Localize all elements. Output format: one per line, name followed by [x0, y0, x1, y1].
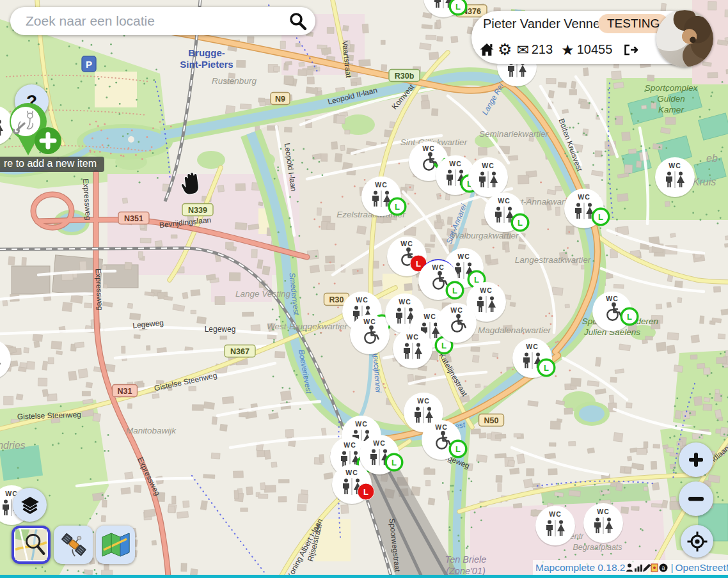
svg-text:WC: WC: [423, 313, 436, 320]
svg-text:WC: WC: [363, 318, 376, 325]
svg-text:WC: WC: [406, 333, 419, 341]
svg-text:a: a: [662, 565, 665, 571]
search-icon[interactable]: [287, 11, 308, 31]
svg-text:L: L: [363, 487, 368, 497]
map-label: Gulden: [657, 94, 685, 104]
satellite-icon: [59, 531, 88, 559]
road-shield: N351: [118, 212, 149, 224]
stats-icon: [635, 565, 642, 572]
copyright-icon: a: [660, 564, 668, 572]
svg-text:WC: WC: [606, 295, 619, 302]
geolocate-button[interactable]: [681, 525, 713, 558]
road-shield: R30b: [389, 70, 420, 82]
zoom-out-button[interactable]: [679, 481, 713, 516]
map-label: Lange Vesting: [235, 289, 290, 299]
svg-text:WC: WC: [400, 240, 413, 247]
svg-text:L: L: [395, 202, 400, 212]
wc-marker[interactable]: WC: [468, 157, 509, 198]
wc-marker[interactable]: WC: [437, 303, 477, 344]
zoom-in-button[interactable]: [679, 442, 713, 477]
location-search-bar[interactable]: [10, 7, 315, 35]
svg-text:L: L: [455, 2, 461, 12]
settings-gear-icon[interactable]: ⚙: [498, 40, 512, 59]
road-shield: N339: [182, 204, 213, 216]
svg-text:WC: WC: [375, 181, 388, 189]
svg-text:N351: N351: [124, 214, 143, 223]
svg-text:WC: WC: [597, 508, 610, 515]
pencil-icon: [642, 564, 651, 573]
attribution-bar[interactable]: Mapcomplete 0.18.2 a | OpenStreetMap: [533, 560, 728, 575]
svg-text:R30b: R30b: [395, 72, 415, 81]
map-label: eb: [706, 153, 718, 164]
map-label: Kamer: [658, 105, 684, 114]
messages-envelope-icon[interactable]: ✉: [516, 42, 528, 58]
user-name: Pieter Vander Vennet: [483, 17, 604, 31]
user-avatar[interactable]: [656, 10, 713, 67]
road-shield: P: [82, 56, 96, 72]
svg-text:WC: WC: [435, 423, 448, 431]
svg-text:L: L: [452, 286, 457, 295]
svg-text:WC: WC: [449, 160, 462, 168]
theme-icon: [651, 564, 658, 572]
svg-text:WC: WC: [373, 439, 386, 447]
wc-marker[interactable]: WC: [583, 503, 624, 544]
map-label: Seminariekwartier: [479, 129, 549, 139]
add-item-tooltip: re to add a new item: [0, 157, 104, 172]
map-label: Gistelse Steenweg: [154, 371, 218, 393]
logout-icon[interactable]: [623, 43, 638, 56]
svg-text:WC: WC: [356, 296, 368, 304]
svg-text:L: L: [474, 275, 479, 285]
svg-text:P: P: [86, 59, 92, 70]
home-icon[interactable]: [479, 43, 495, 56]
svg-text:N50: N50: [484, 416, 499, 425]
star-icon[interactable]: ★: [561, 42, 574, 58]
svg-text:WC: WC: [344, 441, 356, 449]
crosshair-location-icon: [686, 531, 708, 552]
svg-text:L: L: [455, 444, 461, 454]
svg-text:L: L: [441, 341, 447, 350]
svg-text:WC: WC: [355, 420, 368, 428]
mapcomplete-pin-logo[interactable]: [1, 95, 73, 166]
svg-text:L: L: [627, 312, 632, 322]
map-label: West-Bruggekwartier: [267, 322, 347, 331]
search-input[interactable]: [24, 13, 287, 29]
wc-marker[interactable]: WC: [535, 506, 576, 547]
map-label: Ten Briele: [445, 554, 487, 565]
wc-marker[interactable]: WC: [350, 315, 390, 355]
map-label: Langestraatkwartier: [515, 255, 591, 265]
svg-text:WC: WC: [498, 197, 510, 205]
layers-button[interactable]: [13, 488, 47, 522]
map-label: Sportcomplex: [645, 83, 699, 93]
svg-text:L: L: [392, 458, 397, 467]
svg-text:L: L: [544, 363, 549, 373]
svg-text:N367: N367: [230, 347, 249, 356]
wc-marker[interactable]: WC: [655, 157, 695, 198]
map-canvas[interactable]: Brugge-Sint-PietersRustenburgSint-Gillis…: [0, 0, 728, 578]
user-icon: [626, 564, 633, 572]
minus-icon: [687, 490, 705, 508]
wc-marker[interactable]: WC: [393, 329, 433, 370]
background-map-button[interactable]: [96, 526, 135, 564]
bottom-teal-bar: [0, 575, 728, 578]
osm-map-thumbnail-icon: [15, 529, 47, 560]
stars-count[interactable]: 10455: [577, 42, 613, 57]
map-label: Rustenburg: [212, 76, 257, 86]
openstreetmap-link[interactable]: OpenStreetMap: [675, 562, 728, 574]
attribution-mini-icons[interactable]: a: [626, 563, 668, 573]
background-satellite-button[interactable]: [54, 526, 93, 564]
mapcomplete-app: Brugge-Sint-PietersRustenburgSint-Gillis…: [0, 0, 728, 578]
background-osm-carto-button[interactable]: [12, 526, 51, 564]
messages-count[interactable]: 213: [532, 42, 553, 57]
svg-text:WC: WC: [549, 510, 562, 518]
svg-text:WC: WC: [669, 162, 681, 169]
wc-marker[interactable]: WCL: [564, 189, 609, 230]
grab-hand-cursor: [178, 168, 205, 198]
svg-text:N339: N339: [188, 206, 207, 215]
map-label: Kruis: [693, 176, 716, 187]
svg-text:WC: WC: [578, 193, 590, 201]
svg-text:WC: WC: [526, 343, 539, 350]
svg-text:WC: WC: [457, 253, 470, 260]
svg-text:WC: WC: [450, 306, 463, 314]
app-version-link[interactable]: Mapcomplete 0.18.2: [535, 562, 625, 574]
svg-text:R30: R30: [329, 295, 344, 304]
